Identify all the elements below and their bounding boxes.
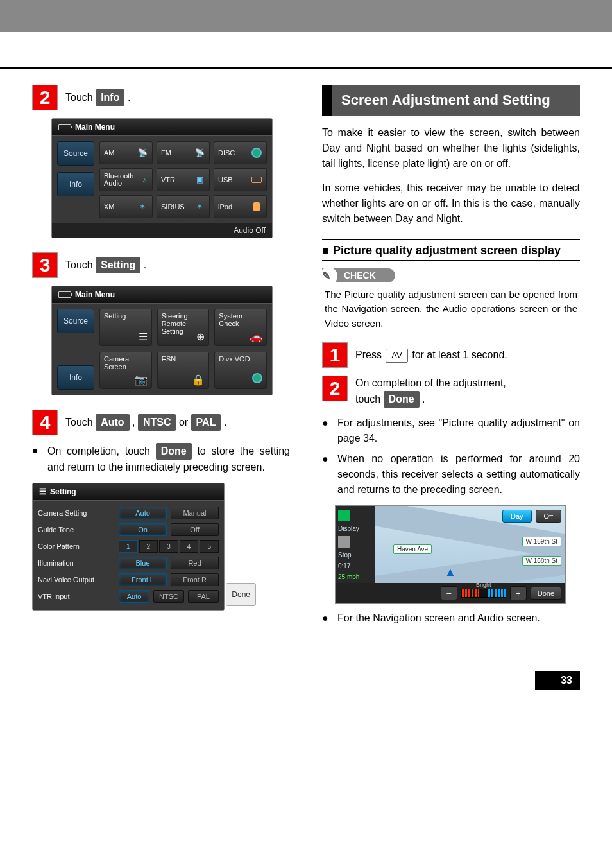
info-tab[interactable]: Info [57,172,94,196]
street-sign: W 168th St [522,556,561,566]
screenshot-title: ☰ Setting [33,483,224,501]
navi-voice-row: Navi Voice Output Front L Front R [38,571,219,588]
color-4-button[interactable]: 4 [180,540,199,553]
color-1-button[interactable]: 1 [119,540,138,553]
nav-done-button[interactable]: Done [531,587,561,600]
header-gray-bar [0,0,612,32]
navi-frontr-button[interactable]: Front R [171,573,219,586]
bluetooth-button[interactable]: Bluetooth Audio♪ [99,168,153,191]
steering-icon: ⊕ [196,331,205,343]
ipod-button[interactable]: iPod [214,195,267,218]
left-column: 2 Touch Info . Main Menu Source Info AM📡 [32,85,290,632]
antenna-icon: 📡 [194,147,205,159]
source-tab[interactable]: Source [57,141,94,166]
text: , [132,417,138,428]
step-number-4: 4 [32,410,58,435]
ntsc-button-label: NTSC [138,414,176,431]
speed-label: 25 mph [338,573,373,580]
row-label: Camera Setting [38,509,115,517]
av-button-label: AV [386,349,407,363]
camera-icon: 📷 [135,374,148,386]
fm-button[interactable]: FM📡 [157,141,210,164]
main-menu-screenshot-1: Main Menu Source Info AM📡 FM📡 DISC Bluet… [51,118,273,238]
setting-screenshot: ☰ Setting Camera Setting Auto Manual Gui… [32,483,225,611]
auto-button-label: Auto [96,414,129,431]
steering-remote-tile[interactable]: Steering Remote Setting⊕ [157,309,210,346]
usb-button[interactable]: USB [214,168,267,191]
text: . [422,394,425,404]
navigation-screenshot: W 169th St W 168th St Haven Ave ▲ Day Of… [335,505,566,604]
done-button-label: Done [156,443,192,460]
text: On completion of the adjustment, [355,378,506,388]
lock-icon: 🔒 [192,374,205,386]
main-menu-screenshot-2: Main Menu Source Info Setting☰ Steering … [51,286,273,395]
row-label: Navi Voice Output [38,576,115,584]
text: for at least 1 second. [412,349,507,360]
pencil-icon: ✎ [322,270,330,282]
info-button-label: Info [96,89,124,106]
done-button[interactable]: Done [226,583,256,606]
step-3: 3 Touch Setting . [32,252,290,278]
navi-frontl-button[interactable]: Front L [119,573,167,586]
camera-manual-button[interactable]: Manual [171,507,219,519]
bright-gauge: Bright [461,589,506,598]
color-pattern-options: 1 2 3 4 5 [119,540,219,553]
subsection-title: Picture quality adjustment screen displa… [333,244,561,257]
step-number-3: 3 [32,252,58,278]
color-5-button[interactable]: 5 [200,540,219,553]
illum-blue-button[interactable]: Blue [119,557,167,569]
bright-minus-button[interactable]: − [441,586,457,600]
divx-tile[interactable]: Divx VOD [214,352,267,389]
right-column: Screen Adjustment and Setting To make it… [322,85,580,632]
text: Touch [65,259,96,270]
vtr-auto-button[interactable]: Auto [119,590,149,603]
display-icon [338,510,350,521]
off-button[interactable]: Off [536,510,561,523]
settings-body: Camera Setting Auto Manual Guide Tone On… [33,501,224,610]
text: Touch [65,417,96,428]
guide-on-button[interactable]: On [119,523,167,536]
sirius-button[interactable]: SIRIUS✶ [157,195,210,218]
info-grid: Setting☰ Steering Remote Setting⊕ System… [99,309,267,390]
vtr-button[interactable]: VTR▣ [157,168,210,191]
info-tab[interactable]: Info [57,365,94,390]
vtr-ntsc-button[interactable]: NTSC [153,590,184,603]
bullet-timeout: When no operation is performed for aroun… [322,451,580,498]
text: touch [355,394,384,404]
camera-auto-button[interactable]: Auto [119,507,167,519]
page-number: 33 [535,671,580,690]
right-step-1: 1 Press AV for at least 1 second. [322,342,580,368]
vtr-pal-button[interactable]: PAL [188,590,219,603]
text: or [179,417,191,428]
disc-button[interactable]: DISC [214,141,267,164]
color-2-button[interactable]: 2 [139,540,158,553]
guide-off-button[interactable]: Off [171,523,219,536]
am-button[interactable]: AM📡 [99,141,153,164]
audio-off-button[interactable]: Audio Off [52,223,272,238]
esn-tile[interactable]: ESN🔒 [157,352,210,389]
page-footer: 33 [0,632,612,709]
right-step-2: 2 On completion of the adjustment, touch… [322,376,580,408]
disc-icon [251,147,262,159]
step-4-text: Touch Auto , NTSC or PAL . [65,414,226,431]
sat-icon: ✶ [194,201,205,213]
subsection-heading: ■ Picture quality adjustment screen disp… [322,239,580,261]
source-tab[interactable]: Source [57,309,94,333]
text: Touch [65,92,96,103]
right-bullets-2: For the Navigation screen and Audio scre… [322,611,580,626]
bluetooth-icon: ♪ [140,174,148,186]
display-label: Display [338,525,373,532]
camera-screen-tile[interactable]: Camera Screen📷 [99,352,152,389]
screenshot-title: Main Menu [52,119,272,136]
bright-plus-button[interactable]: + [510,586,527,600]
color-3-button[interactable]: 3 [159,540,178,553]
xm-button[interactable]: XM✶ [99,195,153,218]
screenshot-body: Source Info AM📡 FM📡 DISC Bluetooth Audio… [52,136,272,223]
stop-label: Stop [338,551,373,559]
illum-red-button[interactable]: Red [171,557,219,569]
step-4-note: On completion, touch Done to store the s… [32,443,290,475]
setting-tile[interactable]: Setting☰ [99,309,152,346]
day-button[interactable]: Day [502,510,532,523]
text: . [144,259,146,270]
system-check-tile[interactable]: System Check🚗 [214,309,267,346]
